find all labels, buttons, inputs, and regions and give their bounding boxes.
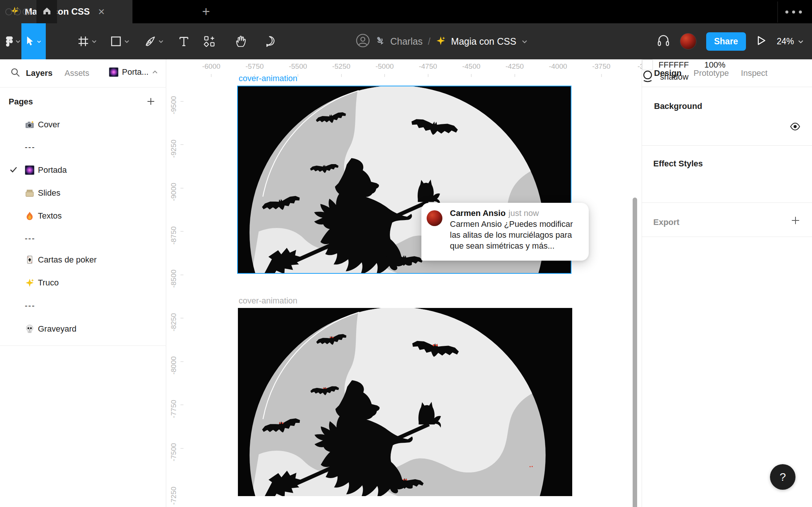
shape-tool-button[interactable] [106,23,134,59]
ruler-label: -4750 [419,62,437,71]
window-minimize-button[interactable] [14,8,21,15]
window-menu-button[interactable] [785,0,812,23]
effect-style-icon [642,70,653,84]
tab-close-icon[interactable]: × [98,6,105,17]
canvas-viewport[interactable]: -6000-5750-5500-5250-5000-4750-4500-4250… [166,59,642,507]
comment-tool-button[interactable] [262,23,277,59]
pen-tool-button[interactable] [140,23,168,59]
page-switcher[interactable]: Porta... [109,67,158,77]
page-row-cartas[interactable]: Cartas de poker [0,252,166,268]
chevron-down-icon [37,40,41,43]
ruler-label: -7750 [170,394,178,424]
ruler-label: -5750 [245,62,264,71]
skull-emoji-icon [25,324,35,334]
page-row-divider[interactable]: --- [0,139,166,155]
ruler-label: -3750 [592,62,611,71]
chevron-down-icon[interactable] [522,39,528,44]
figma-window: Magia con CSS × + [0,0,812,507]
tab-design[interactable]: Design [654,68,681,78]
ruler-label: -7250 [170,481,178,507]
help-button[interactable]: ? [770,464,795,490]
ruler-label: -9000 [170,177,178,207]
page-row-divider[interactable]: --- [0,297,166,314]
component-tool-button[interactable] [202,23,217,59]
frame-cover-animation-2[interactable] [238,308,572,496]
chevron-down-icon [124,39,129,43]
portada-thumbnail-icon [25,165,35,175]
microphone-icon [375,36,385,47]
left-sidebar: Layers Assets Porta... Pages Cover --- [0,59,166,507]
window-close-button[interactable] [5,8,12,15]
vertical-scrollbar[interactable] [633,198,637,507]
fire-emoji-icon [25,211,35,221]
tab-assets[interactable]: Assets [65,68,89,78]
user-avatar[interactable] [680,33,696,50]
search-icon[interactable] [10,67,21,79]
sidebar-tabs: Layers Assets Porta... [0,59,166,87]
export-section-title: Export [653,217,680,227]
poker-card-emoji-icon [25,255,35,265]
divider [642,237,812,237]
divider [642,145,812,146]
new-tab-button[interactable]: + [194,0,218,23]
breadcrumb-team[interactable]: Charlas [390,36,423,47]
page-row-divider[interactable]: --- [0,230,166,247]
ruler-label: -4000 [549,62,567,71]
window-zoom-button[interactable] [23,8,30,15]
divider [642,202,812,203]
pages-section-title: Pages [9,97,33,107]
add-page-icon[interactable] [146,97,155,107]
ruler-label: -9250 [170,134,178,164]
horizontal-ruler: -6000-5750-5500-5250-5000-4750-4500-4250… [166,59,642,77]
panel-tabs: Design Prototype Inspect [654,59,767,87]
breadcrumb: Charlas / Magia con CSS [356,23,528,59]
comment-author-name: Carmen Ansio [450,208,505,218]
comment-author-avatar [427,210,442,226]
tab-layers[interactable]: Layers [26,68,53,78]
move-cursor-icon [26,36,34,46]
divider [0,87,166,88]
background-section-title: Background [654,101,702,111]
move-tool-button[interactable] [21,23,46,59]
chevron-down-icon [92,39,97,43]
page-row-cover[interactable]: Cover [0,116,166,133]
visibility-eye-icon[interactable] [790,122,800,132]
tab-prototype[interactable]: Prototype [693,68,729,78]
hand-tool-button[interactable] [233,23,248,59]
zoom-control[interactable]: 24% [777,36,804,47]
page-row-truco[interactable]: Truco [0,275,166,291]
ruler-label: -8750 [170,220,178,250]
window-tab-bar: Magia con CSS × + [0,0,812,23]
frame-tool-button[interactable] [74,23,101,59]
ruler-ticks [180,77,183,507]
audio-headphones-icon[interactable] [657,34,670,49]
hand-tool-icon [235,35,247,47]
page-row-graveyard[interactable]: Graveyard [0,321,166,337]
divider [642,87,812,87]
page-row-slides[interactable]: Slides [0,185,166,201]
frame-title[interactable]: cover-animation [239,296,298,306]
home-button[interactable] [36,0,57,23]
ruler-label: -6000 [202,62,221,71]
home-icon [42,6,52,18]
share-button[interactable]: Share [706,32,746,51]
halloween-witch-artwork-red-eyes [238,308,572,496]
vertical-ruler: -9500-9250-9000-8750-8500-8250-8000-7750… [166,77,186,507]
color-swatch[interactable] [642,59,653,70]
breadcrumb-file[interactable]: Magia con CSS [451,36,516,47]
text-tool-button[interactable] [177,23,191,59]
present-play-icon[interactable] [756,35,767,48]
page-row-textos[interactable]: Textos [0,208,166,224]
figma-logo-icon [6,36,13,47]
comment-timestamp: just now [508,208,539,218]
text-tool-icon [178,36,189,47]
page-row-portada[interactable]: Portada [0,162,166,178]
comment-thread[interactable]: Carmen Ansiojust now Carmen Ansio ¿Puede… [421,203,589,261]
more-dots-icon [785,11,788,14]
anonymous-avatar-icon[interactable] [356,33,370,49]
frame-title-selected[interactable]: cover-animation [239,74,298,83]
ruler-label: -7500 [170,437,178,467]
add-export-icon[interactable] [791,216,800,227]
pen-tool-icon [144,36,156,47]
tab-inspect[interactable]: Inspect [741,68,768,78]
